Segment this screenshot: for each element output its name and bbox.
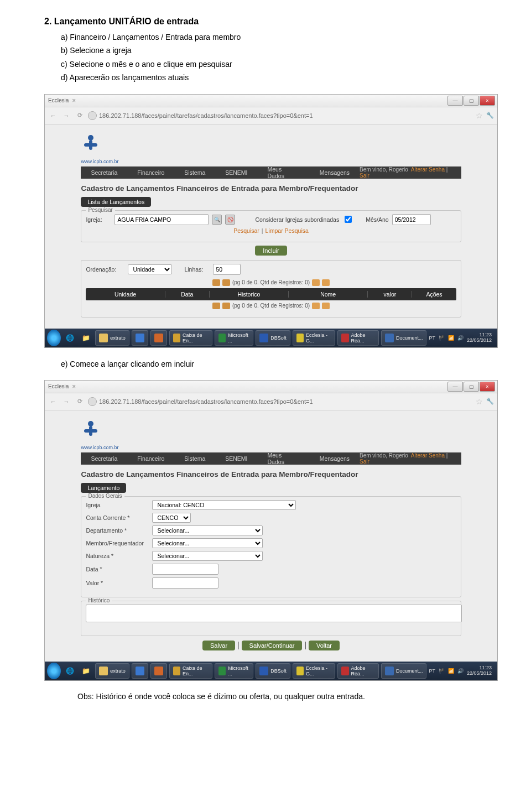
membro-select[interactable]: Selecionar... xyxy=(152,538,263,548)
bookmark-icon[interactable]: ☆ xyxy=(476,111,483,120)
clock[interactable]: 11:23 22/05/2012 xyxy=(467,665,495,676)
valor-input[interactable] xyxy=(152,577,218,589)
pager-first-icon[interactable] xyxy=(212,303,220,309)
back-icon[interactable]: ← xyxy=(48,397,58,407)
pager-last-icon[interactable] xyxy=(322,303,330,309)
pager-last-icon[interactable] xyxy=(322,279,330,286)
nav-mensagens[interactable]: Mensagens xyxy=(310,169,360,176)
task-app[interactable] xyxy=(150,663,167,679)
clock[interactable]: 11:23 22/05/2012 xyxy=(467,332,495,343)
task-app[interactable]: Microsoft ... xyxy=(215,663,254,679)
nav-financeiro[interactable]: Financeiro xyxy=(127,455,174,462)
forward-icon[interactable]: → xyxy=(61,111,71,121)
natureza-select[interactable]: Selecionar... xyxy=(152,551,263,561)
tray-flag-icon[interactable]: 🏴 xyxy=(439,335,445,341)
voltar-button[interactable]: Voltar xyxy=(309,641,340,650)
pesquisar-link[interactable]: Pesquisar xyxy=(233,227,259,234)
reload-icon[interactable]: ⟳ xyxy=(75,397,85,407)
nav-mensagens[interactable]: Mensagens xyxy=(310,455,360,462)
task-app[interactable]: extrato xyxy=(95,663,129,679)
nav-secretaria[interactable]: Secretaria xyxy=(81,169,127,176)
task-app[interactable]: Ecclesia - G... xyxy=(293,330,336,346)
task-app[interactable]: Document... xyxy=(381,663,427,679)
nav-sistema[interactable]: Sistema xyxy=(174,169,215,176)
tab-lancamento[interactable]: Lançamento xyxy=(81,483,126,493)
depto-select[interactable]: Selecionar... xyxy=(152,525,263,535)
linhas-input[interactable] xyxy=(213,264,241,275)
nav-secretaria[interactable]: Secretaria xyxy=(81,455,127,462)
bookmark-icon[interactable]: ☆ xyxy=(476,397,483,406)
nav-meusdados[interactable]: Meus Dados xyxy=(258,166,310,179)
task-app[interactable]: Adobe Rea... xyxy=(337,330,379,346)
task-app[interactable]: Adobe Rea... xyxy=(337,663,379,679)
start-button[interactable] xyxy=(47,330,61,346)
salvar-button[interactable]: Salvar xyxy=(202,641,235,650)
ie-icon[interactable]: 🌐 xyxy=(63,664,77,678)
nav-sistema[interactable]: Sistema xyxy=(174,455,215,462)
task-app[interactable]: DBSoft xyxy=(256,663,290,679)
mesano-input[interactable] xyxy=(392,214,431,225)
nav-financeiro[interactable]: Financeiro xyxy=(127,169,174,176)
historico-input[interactable] xyxy=(86,605,461,622)
task-app[interactable]: Microsoft ... xyxy=(215,330,254,346)
search-icon[interactable]: 🔍 xyxy=(212,215,222,225)
lang-indicator[interactable]: PT xyxy=(429,668,435,674)
lang-indicator[interactable]: PT xyxy=(429,335,435,341)
tray-network-icon[interactable]: 📶 xyxy=(448,335,454,341)
forward-icon[interactable]: → xyxy=(61,397,71,407)
sair-link[interactable]: Sair xyxy=(360,459,369,465)
tray-flag-icon[interactable]: 🏴 xyxy=(439,668,445,674)
nav-senemi[interactable]: SENEMI xyxy=(215,169,257,176)
site-logo[interactable]: www.icpb.com.br xyxy=(81,124,461,166)
nav-meusdados[interactable]: Meus Dados xyxy=(258,452,310,465)
wrench-icon[interactable]: 🔧 xyxy=(486,398,494,405)
start-button[interactable] xyxy=(47,663,61,679)
site-logo[interactable]: www.icpb.com.br xyxy=(81,410,461,452)
url-text[interactable]: 186.202.71.188/faces/painel/tarefas/cada… xyxy=(99,112,313,119)
ie-icon[interactable]: 🌐 xyxy=(63,331,77,345)
nav-senemi[interactable]: SENEMI xyxy=(215,455,257,462)
wrench-icon[interactable]: 🔧 xyxy=(486,112,494,119)
maximize-button[interactable]: ▢ xyxy=(464,96,479,106)
close-tab-icon[interactable]: × xyxy=(72,383,76,391)
close-button[interactable]: × xyxy=(480,96,495,106)
task-app[interactable]: Caixa de En... xyxy=(169,663,212,679)
folder-icon[interactable]: 📁 xyxy=(79,664,93,678)
data-input[interactable] xyxy=(152,564,218,575)
pager-next-icon[interactable] xyxy=(312,279,320,286)
task-app[interactable]: extrato xyxy=(95,330,129,346)
close-tab-icon[interactable]: × xyxy=(72,97,76,105)
url-text[interactable]: 186.202.71.188/faces/painel/tarefas/cada… xyxy=(99,398,313,405)
minimize-button[interactable]: — xyxy=(447,96,463,106)
alterar-senha-link[interactable]: Alterar Senha xyxy=(411,166,445,173)
clear-icon[interactable]: 🚫 xyxy=(225,215,235,225)
pager-prev-icon[interactable] xyxy=(222,279,230,286)
pager-next-icon[interactable] xyxy=(312,303,320,309)
browser-tab[interactable]: Ecclesia xyxy=(48,97,69,103)
task-app[interactable]: Caixa de En... xyxy=(169,330,212,346)
maximize-button[interactable]: ▢ xyxy=(464,382,479,392)
pager-prev-icon[interactable] xyxy=(222,303,230,309)
task-app[interactable]: Document... xyxy=(381,330,427,346)
tab-lista[interactable]: Lista de Lançamentos xyxy=(81,197,151,207)
tray-network-icon[interactable]: 📶 xyxy=(448,668,454,674)
sair-link[interactable]: Sair xyxy=(360,173,369,179)
considerar-checkbox[interactable] xyxy=(345,216,352,223)
task-app[interactable] xyxy=(132,330,148,346)
tray-volume-icon[interactable]: 🔊 xyxy=(457,668,464,674)
reload-icon[interactable]: ⟳ xyxy=(75,111,85,121)
close-button[interactable]: × xyxy=(480,382,495,392)
limpar-link[interactable]: Limpar Pesquisa xyxy=(266,227,309,234)
igreja-select[interactable]: Nacional: CENCO xyxy=(152,500,296,510)
alterar-senha-link[interactable]: Alterar Senha xyxy=(411,452,445,459)
task-app[interactable]: DBSoft xyxy=(256,330,290,346)
ordenacao-select[interactable]: Unidade xyxy=(128,264,172,274)
tray-volume-icon[interactable]: 🔊 xyxy=(457,335,464,341)
incluir-button[interactable]: Incluir xyxy=(255,246,287,256)
task-app[interactable] xyxy=(150,330,167,346)
folder-icon[interactable]: 📁 xyxy=(79,331,93,345)
salvar-continuar-button[interactable]: Salvar/Continuar xyxy=(242,641,303,650)
task-app[interactable] xyxy=(132,663,148,679)
back-icon[interactable]: ← xyxy=(48,111,58,121)
minimize-button[interactable]: — xyxy=(447,382,463,392)
